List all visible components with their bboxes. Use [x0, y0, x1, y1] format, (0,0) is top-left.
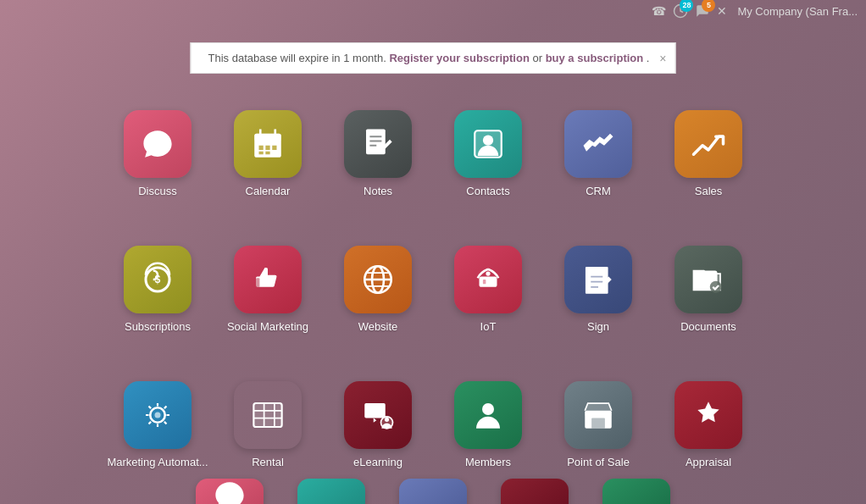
- app-label-sales: Sales: [695, 185, 723, 197]
- app-label-social: Social Marketing: [227, 320, 308, 333]
- app-icon-pos: [564, 381, 632, 449]
- partial-icon-2[interactable]: [297, 479, 365, 504]
- app-label-crm: CRM: [586, 185, 611, 197]
- partial-icon-3[interactable]: [399, 479, 467, 504]
- app-item-contacts[interactable]: Contacts: [437, 110, 539, 237]
- app-grid: DiscussCalendarNotesContactsCRMSalesSubs…: [107, 110, 759, 504]
- banner-text-middle: or: [532, 52, 545, 64]
- app-icon-subscriptions: [124, 246, 192, 313]
- app-item-subscriptions[interactable]: Subscriptions: [107, 246, 208, 373]
- banner-text-before: This database will expire in 1 month.: [208, 52, 386, 64]
- app-icon-documents: [674, 246, 742, 313]
- app-item-social[interactable]: Social Marketing: [217, 246, 319, 373]
- app-label-subscriptions: Subscriptions: [125, 320, 191, 333]
- app-item-calendar[interactable]: Calendar: [217, 110, 319, 237]
- app-label-marketing: Marketing Automat...: [107, 456, 208, 468]
- activity-badge-wrapper[interactable]: 28: [673, 3, 688, 19]
- app-item-crm[interactable]: CRM: [547, 110, 649, 237]
- topbar: ☎ 28 5 ✕ My Company (San Fra...: [643, 0, 866, 22]
- app-icon-members: [454, 381, 522, 449]
- app-label-contacts: Contacts: [466, 185, 509, 197]
- app-label-elearning: eLearning: [353, 456, 402, 468]
- banner-text-after: .: [647, 52, 650, 64]
- app-icon-discuss: [124, 110, 192, 178]
- partial-icon-4[interactable]: [501, 479, 569, 504]
- app-label-appraisal: Appraisal: [686, 456, 731, 468]
- message-badge-wrapper[interactable]: 5: [695, 3, 710, 19]
- app-icon-rental: [234, 381, 302, 449]
- partial-icon-5[interactable]: [602, 479, 670, 504]
- app-item-sales[interactable]: Sales: [658, 110, 759, 237]
- register-subscription-link[interactable]: Register your subscription: [389, 52, 529, 64]
- app-label-members: Members: [465, 456, 511, 468]
- app-label-notes: Notes: [364, 185, 392, 197]
- buy-subscription-link[interactable]: buy a subscription: [546, 52, 644, 64]
- app-label-calendar: Calendar: [246, 185, 291, 197]
- app-label-documents: Documents: [680, 320, 736, 333]
- app-label-website: Website: [358, 320, 398, 333]
- app-icon-website: [344, 246, 412, 313]
- app-item-notes[interactable]: Notes: [327, 110, 429, 237]
- app-item-marketing[interactable]: Marketing Automat...: [107, 381, 208, 504]
- app-icon-iot: [454, 246, 522, 313]
- app-item-appraisal[interactable]: Appraisal: [658, 381, 759, 504]
- partial-icon-1[interactable]: [196, 479, 264, 504]
- app-item-website[interactable]: Website: [327, 246, 429, 373]
- app-label-rental: Rental: [252, 456, 284, 468]
- app-item-discuss[interactable]: Discuss: [107, 110, 208, 237]
- message-count: 5: [702, 0, 715, 12]
- expiry-banner: This database will expire in 1 month. Re…: [191, 42, 676, 74]
- app-icon-contacts: [454, 110, 522, 178]
- company-name: My Company (San Fra...: [737, 5, 858, 18]
- app-label-sign: Sign: [587, 320, 609, 333]
- app-icon-notes: [344, 110, 412, 178]
- app-icon-crm: [564, 110, 632, 178]
- bottom-partial-row: [196, 479, 670, 504]
- app-icon-calendar: [234, 110, 302, 178]
- app-item-sign[interactable]: Sign: [547, 246, 649, 373]
- app-icon-marketing: [124, 381, 192, 449]
- app-label-discuss: Discuss: [138, 185, 177, 197]
- close-icon[interactable]: ✕: [717, 4, 727, 18]
- app-icon-elearning: [344, 381, 412, 449]
- activity-count: 28: [680, 0, 693, 12]
- app-icon-appraisal: [674, 381, 742, 449]
- app-icon-sales: [674, 110, 742, 178]
- banner-close-button[interactable]: ×: [659, 52, 666, 65]
- app-icon-sign: [564, 246, 632, 313]
- app-label-pos: Point of Sale: [567, 456, 630, 468]
- app-item-documents[interactable]: Documents: [658, 246, 759, 373]
- app-label-iot: IoT: [480, 320, 497, 333]
- phone-icon[interactable]: ☎: [652, 4, 666, 18]
- app-icon-social: [234, 246, 302, 313]
- app-item-iot[interactable]: IoT: [437, 246, 539, 373]
